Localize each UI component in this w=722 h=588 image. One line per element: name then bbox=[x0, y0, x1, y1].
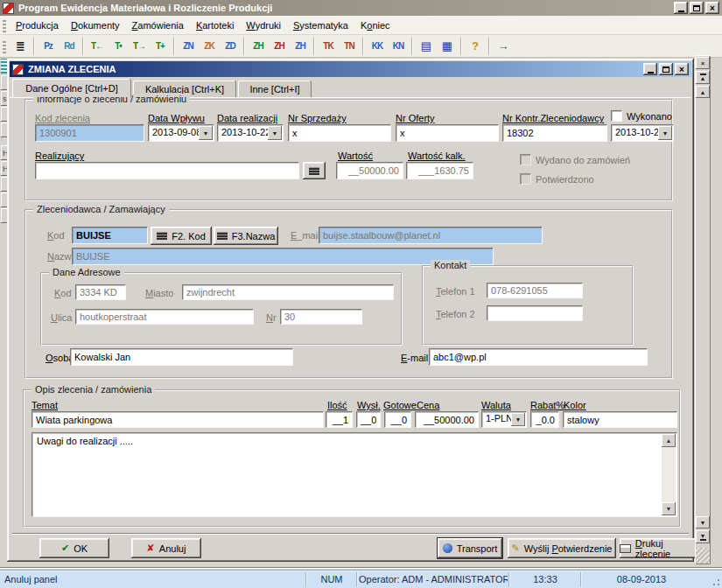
tk-icon[interactable]: TK bbox=[319, 37, 338, 56]
zh-red-icon[interactable]: ZH bbox=[270, 37, 289, 56]
menu-koniec[interactable]: Koniec bbox=[354, 16, 396, 35]
menu-zamowienia[interactable]: Zamówienia bbox=[126, 16, 190, 35]
adres-kod-field[interactable] bbox=[75, 284, 126, 300]
pz-document-icon[interactable]: Pz bbox=[39, 37, 58, 56]
transfer-in-icon[interactable]: T← bbox=[88, 37, 107, 56]
nr-field[interactable] bbox=[280, 309, 362, 325]
exit-icon[interactable]: → bbox=[494, 37, 513, 56]
chevron-down-icon[interactable]: ▼ bbox=[199, 126, 213, 140]
realizujacy-field[interactable] bbox=[35, 162, 299, 179]
minimize-icon[interactable] bbox=[674, 2, 688, 14]
menu-kartoteki[interactable]: Kartoteki bbox=[190, 16, 240, 35]
f2-kod-button[interactable]: F2. Kod bbox=[151, 227, 212, 245]
realizujacy-picker-button[interactable] bbox=[303, 162, 326, 179]
waluta-combo[interactable]: 1-PLN ▼ bbox=[481, 411, 527, 428]
app-icon bbox=[3, 3, 14, 14]
scroll-down-icon[interactable]: ▼ bbox=[662, 502, 676, 515]
transfer-db-icon[interactable]: T• bbox=[109, 37, 128, 56]
email2-field[interactable] bbox=[429, 348, 648, 366]
dialog-close-icon[interactable]: × bbox=[675, 63, 689, 75]
kolor-field[interactable] bbox=[563, 411, 677, 428]
chevron-down-icon[interactable]: ▼ bbox=[511, 413, 525, 426]
tab-dane-ogolne[interactable]: Dane Ogólne [Ctrl+D] bbox=[12, 79, 131, 97]
tree-view-icon[interactable]: ≣ bbox=[11, 37, 30, 56]
menu-produkcja[interactable]: Produkcja bbox=[10, 16, 65, 35]
scroll-to-bottom-icon[interactable]: ▼ bbox=[696, 530, 710, 543]
kn-icon[interactable]: KN bbox=[389, 37, 408, 56]
scroll-to-top-icon[interactable]: ▲ bbox=[696, 71, 710, 84]
f3-nazwa-button[interactable]: F3.Nazwa bbox=[214, 227, 278, 245]
menu-bar: Produkcja Dokumenty Zamówienia Kartoteki… bbox=[0, 16, 722, 35]
uwagi-textarea[interactable]: Uwagi do realizacji ..... bbox=[34, 435, 661, 514]
gotowe-field[interactable] bbox=[384, 411, 411, 428]
kod-zlecenia-field[interactable] bbox=[35, 124, 144, 142]
waluta-label: Waluta bbox=[481, 400, 511, 410]
tab-inne[interactable]: Inne [Ctrl+I] bbox=[238, 80, 312, 97]
temat-field[interactable] bbox=[32, 411, 324, 428]
chevron-down-icon[interactable]: ▼ bbox=[268, 126, 282, 140]
window-controls: × bbox=[674, 2, 719, 14]
email-field[interactable] bbox=[319, 227, 543, 244]
nr-oferty-field[interactable] bbox=[396, 124, 499, 142]
dialog-minimize-icon[interactable] bbox=[643, 63, 657, 75]
nr-kontr-field[interactable] bbox=[502, 124, 607, 142]
tn-icon[interactable]: TN bbox=[340, 37, 359, 56]
transfer-out-icon[interactable]: T→ bbox=[130, 37, 149, 56]
wydano-checkbox[interactable] bbox=[520, 154, 531, 165]
menu-dokumenty[interactable]: Dokumenty bbox=[65, 16, 126, 35]
uwagi-scrollbar[interactable]: ▲ ▼ bbox=[662, 434, 676, 515]
panel-resize-hatch[interactable] bbox=[696, 548, 710, 564]
dialog-maximize-icon[interactable] bbox=[659, 63, 673, 75]
wysl-label: Wysł. bbox=[357, 400, 381, 410]
wykonano-date-combo[interactable]: 2013-10-22 ▼ bbox=[611, 124, 674, 142]
catalogs-icon[interactable]: ▦ bbox=[438, 37, 457, 56]
wartosc-field[interactable] bbox=[336, 162, 403, 179]
kk-icon[interactable]: KK bbox=[368, 37, 387, 56]
drukuj-zlecenie-button[interactable]: Drukuj zlecenie bbox=[620, 538, 700, 558]
resize-grip[interactable] bbox=[710, 576, 721, 587]
zn-icon[interactable]: ZN bbox=[179, 37, 198, 56]
miasto-field[interactable] bbox=[182, 284, 394, 300]
menubar-grip[interactable] bbox=[3, 18, 6, 32]
catalog-icon[interactable]: ▤ bbox=[417, 37, 436, 56]
transport-button[interactable]: Transport bbox=[438, 538, 502, 558]
zh-blue-icon[interactable]: ZH bbox=[291, 37, 310, 56]
ok-button[interactable]: ✔ OK bbox=[39, 538, 109, 558]
wartosc-kalk-field[interactable] bbox=[406, 162, 473, 179]
anuluj-button[interactable]: ✘ Anuluj bbox=[131, 538, 201, 558]
telefon2-field[interactable] bbox=[487, 305, 583, 321]
close-icon[interactable]: × bbox=[705, 2, 719, 14]
osoba-field[interactable] bbox=[70, 348, 293, 366]
toolbar-grip[interactable] bbox=[3, 39, 6, 53]
kod-field[interactable] bbox=[72, 227, 148, 244]
maximize-icon[interactable] bbox=[690, 2, 704, 14]
potwierdzono-checkbox[interactable] bbox=[520, 173, 531, 185]
zd-icon[interactable]: ZD bbox=[221, 37, 240, 56]
rabat-field[interactable] bbox=[530, 411, 559, 428]
cena-field[interactable] bbox=[415, 411, 479, 428]
help-icon[interactable]: ? bbox=[466, 37, 485, 56]
transfer-add-icon[interactable]: T+ bbox=[151, 37, 170, 56]
menu-wydruki[interactable]: Wydruki bbox=[240, 16, 287, 35]
data-wplywu-combo[interactable]: 2013-09-08 ▼ bbox=[148, 124, 214, 142]
scroll-down-icon[interactable]: ▼ bbox=[696, 516, 710, 528]
nr-sprzedazy-field[interactable] bbox=[288, 124, 391, 142]
telefon1-field[interactable] bbox=[487, 283, 583, 298]
scroll-up-icon[interactable]: ▲ bbox=[696, 86, 710, 98]
chevron-down-icon[interactable]: ▼ bbox=[658, 126, 672, 140]
wartosc-kalk-label: Wartość kalk. bbox=[408, 150, 466, 161]
data-wplywu-label: Data Wpływu bbox=[148, 113, 205, 123]
wysl-field[interactable] bbox=[356, 411, 381, 428]
scroll-up-icon[interactable]: ▲ bbox=[662, 434, 676, 447]
zh-green-icon[interactable]: ZH bbox=[249, 37, 268, 56]
menu-systematyka[interactable]: Systematyka bbox=[287, 16, 354, 35]
panel-close-icon[interactable]: × bbox=[696, 57, 710, 69]
wykonano-checkbox[interactable] bbox=[611, 110, 622, 122]
ulica-field[interactable] bbox=[75, 309, 254, 325]
zk-icon[interactable]: ZK bbox=[200, 37, 219, 56]
wyslij-potwierdzenie-button[interactable]: ✎ Wyślij Potwierdzenie bbox=[508, 538, 616, 558]
rd-document-icon[interactable]: Rd bbox=[60, 37, 79, 56]
telefon1-label: Telefon 1 bbox=[436, 286, 475, 297]
data-realizacji-combo[interactable]: 2013-10-22 ▼ bbox=[217, 124, 284, 142]
ilosc-field[interactable] bbox=[326, 411, 353, 428]
